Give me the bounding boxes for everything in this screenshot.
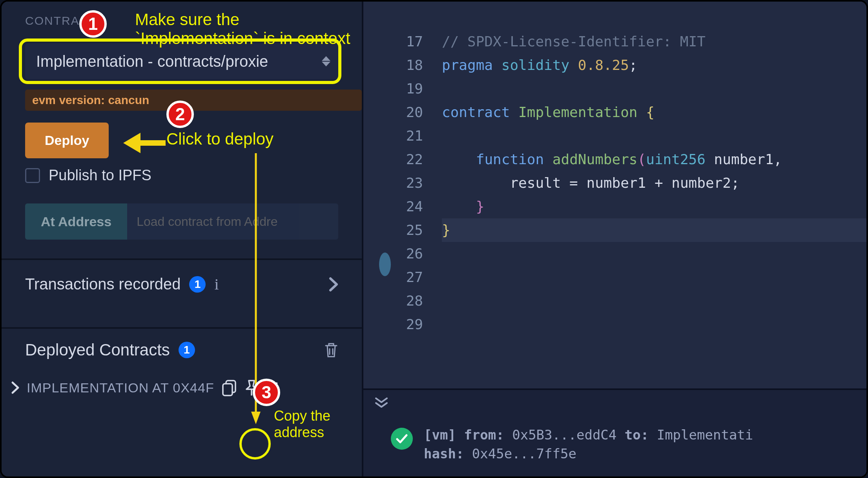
chevron-double-down-icon [374, 397, 388, 408]
code-line[interactable]: result = number1 + number2; [442, 171, 866, 195]
code-area[interactable]: // SPDX-License-Identifier: MITpragma so… [442, 30, 866, 388]
line-number: 28 [363, 289, 430, 313]
code-line[interactable] [442, 266, 866, 289]
code-line[interactable]: } [442, 195, 866, 218]
instance-label: IMPLEMENTATION AT 0X44F [27, 380, 214, 396]
line-gutter: 17181920212223242526272829 [363, 30, 442, 388]
breakpoint-dot[interactable] [379, 253, 391, 276]
trash-icon[interactable] [324, 342, 338, 358]
terminal-collapse-handle[interactable] [363, 390, 866, 414]
line-number: 26 [363, 242, 430, 266]
remix-ide: CONTRA Implementation - contracts/proxie… [0, 0, 868, 478]
code-editor[interactable]: 17181920212223242526272829 // SPDX-Licen… [363, 2, 866, 388]
code-line[interactable] [442, 313, 866, 336]
deployed-count-badge: 1 [179, 342, 195, 358]
deploy-panel: CONTRA Implementation - contracts/proxie… [2, 2, 362, 476]
terminal-text: [vm] from: 0x5B3...eddC4 to: Implementat… [424, 425, 753, 463]
info-icon[interactable]: i [214, 275, 219, 293]
contract-select-value: Implementation - contracts/proxie [36, 53, 268, 70]
line-number: 24 [363, 195, 430, 218]
line-number: 20 [363, 101, 430, 124]
transactions-label: Transactions recorded [25, 275, 181, 293]
publish-ipfs-label: Publish to IPFS [49, 167, 151, 184]
code-line[interactable]: function addNumbers(uint256 number1, [442, 148, 866, 171]
at-address-input[interactable] [127, 203, 338, 240]
line-number: 29 [363, 313, 430, 336]
copy-icon[interactable] [221, 379, 237, 396]
code-line[interactable]: contract Implementation { [442, 101, 866, 124]
svg-rect-1 [223, 384, 232, 396]
deployed-contracts-row: Deployed Contracts 1 [2, 329, 362, 363]
pin-icon[interactable] [244, 379, 259, 396]
transactions-recorded-row[interactable]: Transactions recorded 1 i [2, 260, 362, 308]
line-number: 19 [363, 77, 430, 101]
transactions-count-badge: 1 [189, 276, 206, 293]
terminal-output[interactable]: [vm] from: 0x5B3...eddC4 to: Implementat… [363, 414, 866, 476]
at-address-button[interactable]: At Address [25, 203, 127, 240]
contract-instance-row[interactable]: IMPLEMENTATION AT 0X44F [2, 363, 362, 412]
chevron-right-icon[interactable] [11, 381, 20, 394]
close-icon[interactable] [266, 381, 279, 394]
publish-ipfs-checkbox[interactable] [25, 168, 40, 183]
code-line[interactable] [442, 242, 866, 266]
select-sort-icon [322, 56, 330, 66]
chevron-right-icon[interactable] [329, 277, 338, 292]
deployed-label: Deployed Contracts [25, 341, 170, 359]
annotation-circle-copy [239, 428, 271, 460]
code-line[interactable] [442, 289, 866, 313]
evm-version-badge: evm version: cancun [25, 90, 362, 111]
editor-panel: 17181920212223242526272829 // SPDX-Licen… [362, 2, 866, 476]
code-line[interactable]: pragma solidity 0.8.25; [442, 53, 866, 77]
line-number: 18 [363, 53, 430, 77]
contract-select[interactable]: Implementation - contracts/proxie [25, 43, 338, 79]
deploy-button[interactable]: Deploy [25, 123, 109, 158]
code-line[interactable] [442, 124, 866, 148]
line-number: 27 [363, 266, 430, 289]
line-number: 23 [363, 171, 430, 195]
line-number: 25 [363, 218, 430, 242]
line-number: 21 [363, 124, 430, 148]
annotation-step-3-text: Copy the address [274, 408, 362, 441]
code-line[interactable] [442, 77, 866, 101]
success-check-icon [391, 428, 413, 450]
line-number: 17 [363, 30, 430, 53]
code-line[interactable]: // SPDX-License-Identifier: MIT [442, 30, 866, 53]
contract-section-label: CONTRA [2, 2, 362, 36]
line-number: 22 [363, 148, 430, 171]
